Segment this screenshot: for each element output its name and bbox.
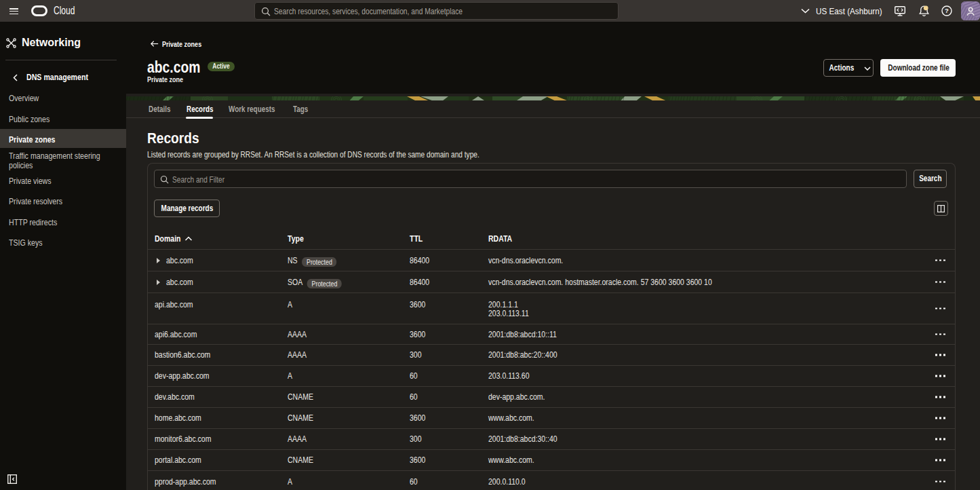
svg-text:?: ? [945,7,949,14]
